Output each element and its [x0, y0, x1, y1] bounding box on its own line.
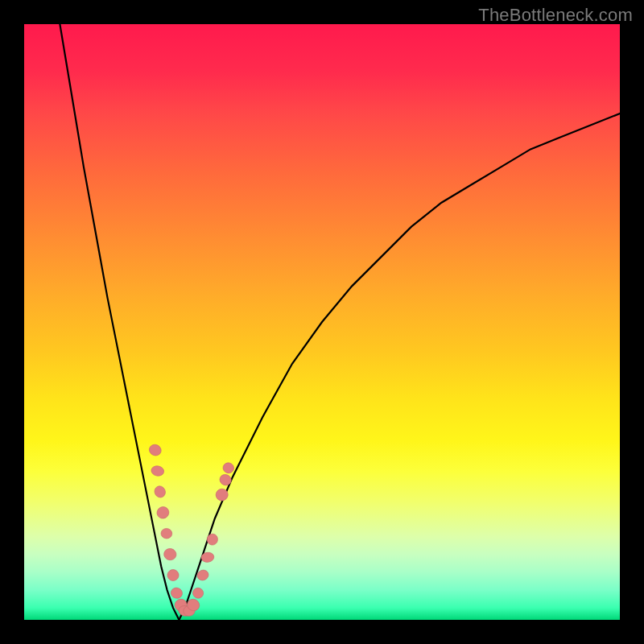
data-point: [147, 443, 163, 457]
data-point: [153, 485, 167, 500]
data-point: [222, 461, 236, 474]
data-point: [161, 528, 173, 539]
curve-right: [179, 114, 620, 620]
data-point: [167, 569, 180, 582]
data-point: [163, 547, 177, 561]
curve-left: [60, 24, 179, 620]
data-point: [151, 465, 165, 477]
data-point: [155, 505, 171, 521]
data-point: [192, 586, 205, 600]
chart-frame: TheBottleneck.com: [0, 0, 644, 644]
chart-svg: [24, 24, 620, 620]
data-point: [170, 586, 184, 600]
plot-area: [24, 24, 620, 620]
data-point: [206, 533, 218, 546]
watermark-text: TheBottleneck.com: [478, 5, 633, 26]
data-point: [218, 473, 233, 487]
